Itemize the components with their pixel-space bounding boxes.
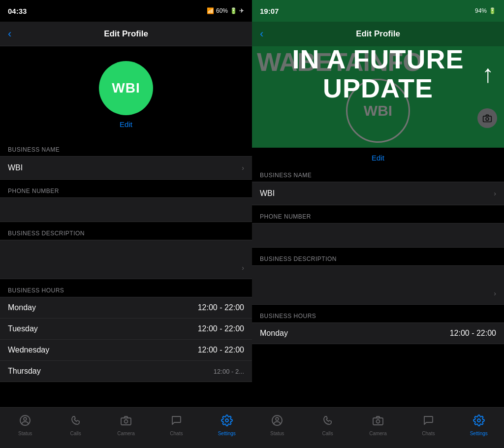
right-nav-settings[interactable]: Settings — [464, 415, 494, 436]
left-nav-status-label: Status — [18, 431, 32, 436]
right-monday-name: Monday — [260, 329, 288, 338]
left-phone-row — [0, 197, 252, 222]
right-back-button[interactable]: ‹ — [260, 28, 263, 40]
right-business-name-section: BUSINESS NAME WBI › — [252, 172, 504, 205]
right-desc-chevron: › — [494, 289, 496, 297]
left-hours-thursday: Thursday 12:00 - 2... — [0, 360, 252, 382]
left-thursday-hours: 12:00 - 2... — [214, 368, 244, 375]
left-monday-hours: 12:00 - 22:00 — [198, 303, 244, 312]
left-nav-chats[interactable]: Chats — [161, 415, 191, 436]
right-nav-settings-label: Settings — [470, 431, 488, 436]
left-avatar-edit-link[interactable]: Edit — [120, 120, 132, 128]
left-phone-label: PHONE NUMBER — [0, 188, 252, 197]
svg-point-1 — [24, 417, 27, 420]
left-phone-section: PHONE NUMBER — [0, 188, 252, 222]
left-tuesday-hours: 12:00 - 22:00 — [198, 324, 244, 333]
right-calls-icon — [322, 415, 334, 429]
left-bottom-nav: Status Calls Camera — [0, 407, 252, 448]
right-up-arrow: ↑ — [482, 60, 494, 88]
right-desc-row[interactable]: › — [252, 265, 504, 305]
left-status-icon — [19, 415, 31, 429]
left-nav-chats-label: Chats — [170, 431, 183, 436]
left-desc-row[interactable]: › — [0, 240, 252, 279]
left-page-header: ‹ Edit Profile — [0, 22, 252, 46]
airplane-icon: ✈ — [239, 7, 244, 14]
left-settings-icon — [221, 415, 233, 429]
left-page-title: Edit Profile — [104, 29, 148, 39]
right-nav-chats[interactable]: Chats — [413, 415, 443, 436]
left-phone-panel: 04:33 📶 60% 🔋 ✈ ‹ Edit Profile WBI Edit … — [0, 0, 252, 448]
left-avatar-initials: WBI — [112, 80, 140, 96]
left-business-name-chevron: › — [242, 164, 244, 172]
right-status-time: 19:07 — [260, 7, 279, 15]
right-hours-label: BUSINESS HOURS — [252, 313, 504, 322]
right-monday-hours: 12:00 - 22:00 — [450, 329, 496, 338]
left-business-name-label: BUSINESS NAME — [0, 146, 252, 156]
right-desc-section: BUSINESS DESCRIPTION › — [252, 256, 504, 305]
left-business-name-row[interactable]: WBI › — [0, 156, 252, 180]
left-nav-calls[interactable]: Calls — [61, 415, 91, 436]
left-avatar[interactable]: WBI — [99, 61, 153, 115]
right-nav-camera[interactable]: Camera — [363, 415, 393, 436]
left-tuesday-name: Tuesday — [8, 324, 38, 333]
right-future-text: IN A FUTURE UPDATE — [252, 45, 504, 103]
left-back-button[interactable]: ‹ — [8, 28, 11, 40]
left-nav-status[interactable]: Status — [10, 415, 40, 436]
left-hours-section: BUSINESS HOURS Monday 12:00 - 22:00 Tues… — [0, 287, 252, 382]
left-nav-camera-label: Camera — [117, 431, 135, 436]
left-chats-icon — [170, 415, 182, 429]
right-business-name-chevron: › — [494, 190, 496, 197]
right-business-name-value: WBI — [260, 189, 275, 198]
right-phone-label: PHONE NUMBER — [252, 213, 504, 223]
left-status-bar: 04:33 📶 60% 🔋 ✈ — [0, 0, 252, 22]
svg-point-11 — [477, 419, 480, 422]
right-nav-status-label: Status — [270, 431, 284, 436]
left-hours-tuesday: Tuesday 12:00 - 22:00 — [0, 318, 252, 339]
wifi-icon: 📶 — [207, 7, 214, 14]
right-avatar-edit-link[interactable]: Edit — [252, 148, 504, 164]
svg-rect-9 — [373, 418, 383, 425]
right-status-icons: 94% 🔋 — [475, 7, 496, 14]
right-nav-calls[interactable]: Calls — [313, 415, 343, 436]
right-page-header: ‹ Edit Profile — [252, 22, 504, 46]
right-content-area: Edit BUSINESS NAME WBI › PHONE NUMBER BU… — [252, 148, 504, 407]
left-nav-settings-label: Settings — [218, 431, 236, 436]
right-nav-chats-label: Chats — [422, 431, 435, 436]
right-nav-status[interactable]: Status — [262, 415, 292, 436]
right-hours-section: BUSINESS HOURS Monday 12:00 - 22:00 — [252, 313, 504, 344]
left-business-name-value: WBI — [8, 163, 23, 172]
battery-percent: 60% — [216, 7, 228, 14]
right-hours-monday: Monday 12:00 - 22:00 — [252, 322, 504, 344]
left-content-area: WBI Edit BUSINESS NAME WBI › PHONE NUMBE… — [0, 46, 252, 407]
right-page-title: Edit Profile — [356, 29, 400, 39]
right-bottom-nav: Status Calls Camera — [252, 407, 504, 448]
left-hours-label: BUSINESS HOURS — [0, 287, 252, 297]
right-desc-label: BUSINESS DESCRIPTION — [252, 256, 504, 265]
left-desc-section: BUSINESS DESCRIPTION › — [0, 230, 252, 279]
right-phone-panel: 19:07 94% 🔋 ‹ Edit Profile WABETAINFO WB… — [252, 0, 504, 448]
left-calls-icon — [70, 415, 82, 429]
left-monday-name: Monday — [8, 303, 36, 312]
svg-point-10 — [376, 420, 379, 423]
left-nav-settings[interactable]: Settings — [212, 415, 242, 436]
left-desc-label: BUSINESS DESCRIPTION — [0, 230, 252, 240]
right-settings-icon — [473, 415, 485, 429]
left-nav-calls-label: Calls — [70, 431, 81, 436]
left-status-time: 04:33 — [8, 7, 27, 15]
left-avatar-section: WBI Edit — [0, 46, 252, 138]
right-chats-icon — [422, 415, 434, 429]
right-nav-calls-label: Calls — [322, 431, 333, 436]
right-battery-percent: 94% — [475, 7, 487, 14]
left-nav-camera[interactable]: Camera — [111, 415, 141, 436]
left-hours-wednesday: Wednesday 12:00 - 22:00 — [0, 339, 252, 360]
right-business-name-row[interactable]: WBI › — [252, 182, 504, 205]
svg-rect-2 — [121, 418, 131, 425]
left-status-icons: 📶 60% 🔋 ✈ — [207, 7, 244, 14]
left-hours-monday: Monday 12:00 - 22:00 — [0, 297, 252, 318]
right-camera-icon — [372, 415, 384, 429]
battery-icon: 🔋 — [230, 7, 237, 14]
left-desc-chevron: › — [242, 264, 244, 272]
svg-point-3 — [124, 420, 127, 423]
right-battery-icon: 🔋 — [489, 7, 496, 14]
svg-point-8 — [276, 417, 279, 420]
